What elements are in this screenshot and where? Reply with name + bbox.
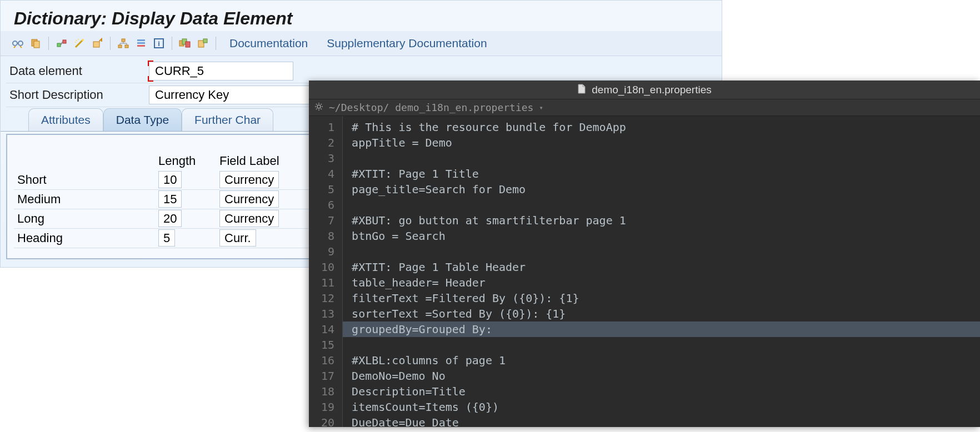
toolbar-separator <box>216 37 216 50</box>
svg-point-1 <box>18 41 23 46</box>
fieldlabel-field[interactable]: Currency <box>219 210 279 227</box>
sap-toolbar: i Documentation Supplementary Documentat… <box>1 31 722 56</box>
hierarchy-icon[interactable] <box>116 37 131 50</box>
svg-rect-3 <box>34 41 39 48</box>
svg-rect-4 <box>57 43 61 47</box>
code-line[interactable] <box>352 197 971 213</box>
row-label: Long <box>14 212 158 226</box>
length-field[interactable]: 15 <box>158 190 182 208</box>
wand-icon[interactable] <box>72 37 87 50</box>
code-line[interactable]: #XTIT: Page 1 Table Header <box>352 259 971 275</box>
tab-further[interactable]: Further Char <box>182 108 273 131</box>
length-field[interactable]: 10 <box>158 171 182 188</box>
code-line[interactable]: #XTIT: Page 1 Title <box>352 166 971 182</box>
svg-point-0 <box>13 41 17 46</box>
code-line[interactable]: #XLBL:columns of page 1 <box>352 353 971 368</box>
code-line[interactable]: Description=Title <box>352 384 971 399</box>
code-line[interactable]: btnGo = Search <box>352 228 971 244</box>
editor-filename: demo_i18n_en.properties <box>592 84 712 96</box>
svg-point-6 <box>82 39 84 41</box>
code-editor-window: demo_i18n_en.properties ~/Desktop/ demo_… <box>309 81 980 427</box>
editor-path[interactable]: ~/Desktop/ demo_i18n_en.properties <box>329 102 533 113</box>
chevron-down-icon[interactable]: ▾ <box>539 104 543 112</box>
tab-attributes[interactable]: Attributes <box>28 108 103 131</box>
short-desc-label: Short Description <box>7 88 149 102</box>
copy-icon[interactable] <box>28 37 43 50</box>
code-line[interactable]: appTitle = Demo <box>352 135 971 150</box>
short-desc-field[interactable]: Currency Key <box>149 86 327 104</box>
data-element-field[interactable]: CURR_5 <box>149 62 293 81</box>
code-line[interactable] <box>352 337 971 353</box>
line-gutter: 1234567891011121314151617181920 <box>309 116 343 427</box>
code-line[interactable] <box>352 150 971 166</box>
svg-rect-18 <box>186 42 190 47</box>
row-label: Short <box>14 173 158 187</box>
row-label: Medium <box>14 192 158 207</box>
code-line[interactable]: DemoNo=Demo No <box>352 368 971 384</box>
tab-data-type[interactable]: Data Type <box>103 108 182 131</box>
file-icon <box>577 84 586 96</box>
col-length: Length <box>158 154 219 168</box>
fieldlabel-field[interactable]: Currency <box>219 171 279 188</box>
code-line[interactable]: page_title=Search for Demo <box>352 182 971 197</box>
editor-titlebar: demo_i18n_en.properties <box>309 81 980 99</box>
stack-icon[interactable] <box>134 37 148 50</box>
toolbar-separator <box>48 37 49 50</box>
code-line[interactable]: table_header= Header <box>352 275 971 290</box>
export-icon[interactable] <box>90 37 104 50</box>
data-element-label: Data element <box>7 64 149 78</box>
toolbar-separator <box>172 37 172 50</box>
glasses-icon[interactable] <box>11 37 25 50</box>
fieldlabel-field[interactable]: Currency <box>219 190 279 208</box>
page-title: Dictionary: Display Data Element <box>1 1 722 31</box>
svg-rect-11 <box>137 39 145 41</box>
svg-rect-7 <box>93 42 99 47</box>
row-label: Heading <box>14 231 158 245</box>
svg-text:i: i <box>158 39 160 48</box>
svg-rect-20 <box>203 39 207 43</box>
gear-icon[interactable] <box>314 102 323 113</box>
svg-rect-5 <box>63 40 66 43</box>
code-line[interactable]: sorterText =Sorted By ({0}): {1} <box>352 306 971 322</box>
supplementary-doc-button[interactable]: Supplementary Documentation <box>319 36 494 51</box>
code-line[interactable]: filterText =Filtered By ({0}): {1} <box>352 290 971 306</box>
svg-point-21 <box>317 105 321 108</box>
svg-rect-8 <box>122 39 125 42</box>
svg-rect-9 <box>118 45 122 48</box>
toolbar-separator <box>110 37 111 50</box>
editor-body: 1234567891011121314151617181920 # This i… <box>309 116 980 427</box>
code-line[interactable] <box>352 244 971 259</box>
code-line[interactable]: DueDate=Due Date <box>352 415 971 430</box>
append-icon[interactable] <box>196 37 210 50</box>
multi-copy-icon[interactable] <box>178 37 192 50</box>
fieldlabel-field[interactable]: Curr. <box>219 229 256 247</box>
activate-icon[interactable] <box>54 37 69 50</box>
svg-rect-12 <box>137 42 145 44</box>
editor-pathbar: ~/Desktop/ demo_i18n_en.properties ▾ <box>309 99 980 116</box>
code-area[interactable]: # This is the resource bundle for DemoAp… <box>343 116 980 427</box>
documentation-button[interactable]: Documentation <box>222 36 316 51</box>
svg-rect-10 <box>125 45 128 48</box>
length-field[interactable]: 5 <box>158 229 175 247</box>
length-field[interactable]: 20 <box>158 210 182 227</box>
svg-rect-13 <box>137 45 145 47</box>
code-line[interactable]: #XBUT: go button at smartfilterbar page … <box>352 213 971 228</box>
code-line[interactable]: groupedBy=Grouped By: <box>343 322 980 337</box>
code-line[interactable]: itemsCount=Items ({0}) <box>352 399 971 415</box>
info-icon[interactable]: i <box>152 37 166 50</box>
code-line[interactable]: # This is the resource bundle for DemoAp… <box>352 119 971 135</box>
